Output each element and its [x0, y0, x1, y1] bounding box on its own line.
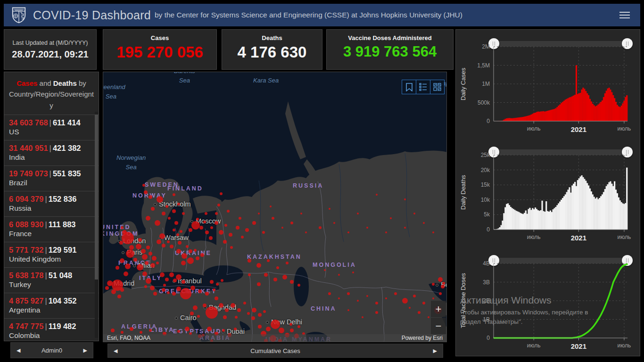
- case-bubble[interactable]: [221, 279, 223, 282]
- case-bubble[interactable]: [173, 193, 175, 196]
- case-bubble[interactable]: [441, 285, 445, 288]
- case-bubble[interactable]: [329, 208, 330, 210]
- case-bubble[interactable]: [120, 288, 124, 292]
- case-bubble[interactable]: [290, 329, 294, 332]
- case-bubble[interactable]: [167, 291, 170, 294]
- case-bubble[interactable]: [222, 329, 225, 332]
- case-bubble[interactable]: [376, 194, 378, 196]
- case-bubble[interactable]: [149, 195, 152, 199]
- time-range-slider[interactable]: [494, 149, 627, 155]
- case-bubble[interactable]: [176, 274, 182, 280]
- case-bubble[interactable]: [207, 327, 212, 331]
- case-bubble[interactable]: [297, 284, 300, 287]
- case-bubble[interactable]: [300, 213, 302, 214]
- case-bubble[interactable]: [375, 311, 378, 314]
- case-bubble[interactable]: [142, 272, 147, 276]
- case-bubble[interactable]: [258, 213, 260, 214]
- case-bubble[interactable]: [422, 302, 425, 304]
- case-bubble[interactable]: [241, 236, 244, 239]
- case-bubble[interactable]: [215, 212, 218, 215]
- case-bubble[interactable]: [442, 282, 445, 285]
- case-bubble[interactable]: [404, 198, 406, 200]
- map-mode-prev-icon[interactable]: ◀: [108, 348, 123, 354]
- case-bubble[interactable]: [409, 307, 411, 309]
- case-bubble[interactable]: [402, 298, 408, 304]
- case-bubble[interactable]: [121, 226, 124, 229]
- case-bubble[interactable]: [245, 228, 249, 232]
- bookmark-button[interactable]: [402, 80, 416, 94]
- case-bubble[interactable]: [271, 320, 280, 329]
- case-bubble[interactable]: [200, 253, 204, 257]
- case-bubble[interactable]: [203, 221, 206, 223]
- case-bubble[interactable]: [206, 306, 218, 319]
- case-bubble[interactable]: [224, 224, 227, 227]
- case-bubble[interactable]: [225, 308, 229, 312]
- case-bubble[interactable]: [162, 212, 165, 215]
- case-bubble[interactable]: [243, 302, 246, 304]
- case-bubble[interactable]: [230, 246, 233, 249]
- case-bubble[interactable]: [439, 292, 442, 295]
- case-bubble[interactable]: [234, 328, 237, 330]
- case-bubble[interactable]: [141, 249, 146, 254]
- case-bubble[interactable]: [257, 282, 261, 286]
- case-bubble[interactable]: [181, 261, 186, 265]
- case-bubble[interactable]: [258, 325, 262, 329]
- case-bubble[interactable]: [176, 233, 179, 236]
- case-bubble[interactable]: [248, 273, 251, 276]
- case-bubble[interactable]: [227, 210, 230, 213]
- case-bubble[interactable]: [266, 327, 271, 331]
- time-range-slider[interactable]: [494, 41, 627, 47]
- case-bubble[interactable]: [262, 231, 265, 234]
- case-bubble[interactable]: [194, 249, 197, 252]
- case-bubble[interactable]: [404, 227, 406, 229]
- case-bubble[interactable]: [219, 230, 223, 235]
- case-bubble[interactable]: [117, 295, 121, 298]
- case-bubble[interactable]: [324, 269, 326, 271]
- case-bubble[interactable]: [375, 302, 378, 304]
- case-bubble[interactable]: [191, 221, 200, 230]
- case-bubble[interactable]: [237, 308, 241, 312]
- case-bubble[interactable]: [205, 212, 207, 215]
- case-bubble[interactable]: [279, 328, 284, 333]
- case-bubble[interactable]: [428, 316, 429, 318]
- case-bubble[interactable]: [219, 303, 223, 308]
- case-bubble[interactable]: [273, 278, 277, 281]
- case-bubble[interactable]: [193, 305, 198, 310]
- case-bubble[interactable]: [215, 221, 218, 225]
- case-bubble[interactable]: [438, 277, 443, 282]
- case-bubble[interactable]: [328, 292, 331, 295]
- case-bubble[interactable]: [159, 233, 165, 239]
- case-bubble[interactable]: [177, 203, 180, 206]
- case-bubble[interactable]: [258, 313, 262, 317]
- case-bubble[interactable]: [146, 246, 150, 249]
- case-bubble[interactable]: [116, 266, 119, 270]
- case-bubble[interactable]: [125, 263, 131, 269]
- hamburger-menu-icon[interactable]: [617, 9, 633, 21]
- case-bubble[interactable]: [144, 285, 147, 288]
- case-bubble[interactable]: [352, 272, 354, 273]
- country-row[interactable]: 6 094 379|152 836Russia: [4, 191, 99, 216]
- admin-next-icon[interactable]: ▶: [78, 347, 93, 354]
- zoom-out-button[interactable]: −: [431, 318, 446, 334]
- country-row[interactable]: 4 747 775|119 482Colombia: [4, 318, 99, 341]
- case-bubble[interactable]: [140, 331, 142, 334]
- case-bubble[interactable]: [413, 295, 416, 297]
- case-bubble[interactable]: [157, 196, 163, 203]
- case-bubble[interactable]: [289, 323, 292, 326]
- case-bubble[interactable]: [270, 206, 272, 207]
- case-bubble[interactable]: [144, 190, 148, 194]
- case-bubble[interactable]: [168, 217, 171, 220]
- case-bubble[interactable]: [394, 292, 397, 295]
- case-bubble[interactable]: [157, 239, 161, 244]
- case-bubble[interactable]: [165, 278, 169, 281]
- case-bubble[interactable]: [152, 256, 157, 261]
- case-bubble[interactable]: [130, 327, 133, 331]
- case-bubble[interactable]: [174, 221, 178, 225]
- case-bubble[interactable]: [256, 263, 261, 268]
- country-row[interactable]: 5 638 178|51 048Turkey: [4, 267, 99, 293]
- case-bubble[interactable]: [290, 222, 293, 224]
- case-bubble[interactable]: [196, 256, 199, 260]
- case-bubble[interactable]: [121, 331, 124, 334]
- case-bubble[interactable]: [122, 230, 127, 235]
- case-bubble[interactable]: [205, 292, 209, 296]
